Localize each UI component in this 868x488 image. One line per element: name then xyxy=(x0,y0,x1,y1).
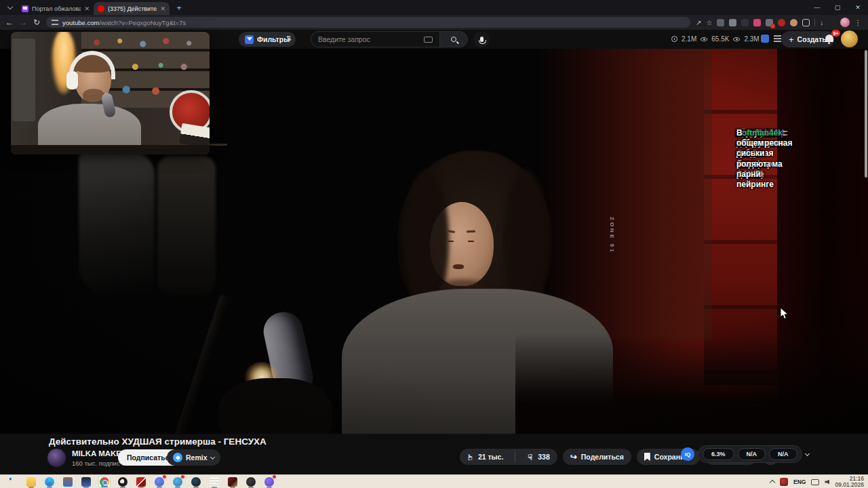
microphone-icon xyxy=(480,37,484,42)
taskbar-app-chrome[interactable] xyxy=(98,476,111,488)
close-tab-icon[interactable]: ✕ xyxy=(160,5,165,12)
edge-icon xyxy=(45,477,54,487)
filter-funnel-icon xyxy=(245,35,254,44)
share-button[interactable]: ↪ Поделиться xyxy=(563,449,631,465)
extension-icon-1[interactable] xyxy=(717,19,724,26)
browser-menu-icon[interactable]: ⋮ xyxy=(854,19,861,26)
page-url: youtube.com/watch?v=PeqxgoNuyTg&t=7s xyxy=(62,19,186,26)
search-input[interactable]: Введите запрос xyxy=(311,31,439,47)
page-scrollbar[interactable] xyxy=(865,50,867,178)
tray-app-icon[interactable] xyxy=(780,478,788,486)
taskbar-app-security[interactable] xyxy=(226,476,239,488)
iq-badge[interactable]: IQ xyxy=(681,447,694,461)
chevron-down-icon[interactable] xyxy=(804,451,809,455)
taskbar-app-14[interactable] xyxy=(245,476,257,488)
windows-logo-icon xyxy=(9,478,14,483)
toolbar-extra-icon[interactable] xyxy=(828,19,835,26)
close-window-button[interactable]: ✕ xyxy=(848,0,868,15)
share-icon: ↪ xyxy=(570,452,577,462)
clock-icon xyxy=(671,36,677,42)
notification-badge: 9+ xyxy=(831,30,840,37)
chrome-icon xyxy=(100,477,109,487)
taskbar-app-edge[interactable] xyxy=(43,476,56,488)
sort-icon[interactable]: ⇅ xyxy=(286,35,292,42)
minimize-button[interactable]: — xyxy=(807,0,827,15)
search-button[interactable] xyxy=(439,31,468,47)
forward-button[interactable]: → xyxy=(16,18,30,27)
tab-title: (3375) Действительно ХУДША xyxy=(108,5,157,12)
bookmark-star-icon[interactable]: ☆ xyxy=(706,19,712,26)
taskbar-app-notes[interactable] xyxy=(208,476,220,488)
tab-search-chevron-icon[interactable] xyxy=(4,1,16,14)
windows-taskbar: ENG 21:16 09.01.2026 xyxy=(0,474,868,488)
extension-icon-5[interactable] xyxy=(766,19,773,26)
taskbar-app-messenger[interactable] xyxy=(153,476,165,488)
extension-icon-6[interactable] xyxy=(778,19,785,26)
address-bar[interactable]: youtube.com/watch?v=PeqxgoNuyTg&t=7s xyxy=(46,17,690,28)
taskbar-app-store[interactable] xyxy=(62,476,74,488)
extension-icon-2[interactable] xyxy=(729,19,736,26)
equalizer-icon[interactable] xyxy=(774,35,781,42)
extension-icon-7[interactable] xyxy=(790,19,797,26)
downloads-icon[interactable]: ↓ xyxy=(820,19,823,26)
taskbar-app-telegram[interactable] xyxy=(172,476,184,488)
maximize-button[interactable]: ▢ xyxy=(827,0,848,15)
store-icon xyxy=(63,477,73,487)
like-button[interactable]: ☞ 21 тыс. xyxy=(460,449,511,465)
taskbar-app-capcut[interactable] xyxy=(117,476,129,488)
taskbar-app-chat[interactable] xyxy=(263,476,275,488)
ratio-pills: 6.3% N/A N/A xyxy=(698,445,802,463)
taskbar-app-steam[interactable] xyxy=(190,476,202,488)
taskbar-app-file-explorer[interactable] xyxy=(25,476,37,488)
tab-twitch[interactable]: Портал обжалования - Twitch ✕ xyxy=(18,2,94,15)
views-icon xyxy=(733,37,740,41)
notifications-button[interactable]: 9+ xyxy=(823,33,835,45)
twitch-favicon xyxy=(22,5,28,12)
notification-dot xyxy=(180,474,185,479)
extensions-puzzle-icon[interactable] xyxy=(802,19,810,26)
virtual-keyboard-icon[interactable] xyxy=(424,37,433,43)
close-tab-icon[interactable]: ✕ xyxy=(84,5,90,12)
account-avatar[interactable] xyxy=(841,30,858,47)
browser-profile-avatar[interactable] xyxy=(840,18,850,27)
folder-icon xyxy=(26,477,36,487)
taskbar-app-5[interactable] xyxy=(80,476,92,488)
taskbar-start-button[interactable] xyxy=(7,476,19,488)
extension-icon-3[interactable] xyxy=(741,19,749,26)
remix-button[interactable]: Remix xyxy=(167,449,220,466)
voice-search-button[interactable] xyxy=(473,31,490,47)
dislike-button[interactable]: ☞ 338 xyxy=(519,449,557,465)
taskbar-clock[interactable]: 21:16 09.01.2026 xyxy=(835,476,864,488)
reload-button[interactable]: ↻ xyxy=(30,18,43,27)
like-dislike-segment: ☞ 21 тыс. ☞ 338 xyxy=(460,449,557,465)
extension-icon-blue[interactable] xyxy=(761,35,769,43)
share-page-icon[interactable]: ↗ xyxy=(696,19,701,26)
site-info-icon[interactable] xyxy=(52,20,58,25)
tray-expand-icon[interactable] xyxy=(770,480,775,485)
new-tab-button[interactable]: + xyxy=(174,3,184,14)
media-app-icon xyxy=(136,477,146,487)
system-tray: ENG 21:16 09.01.2026 xyxy=(770,475,864,488)
taskbar-app-media[interactable] xyxy=(135,476,147,488)
browser-toolbar: ← → ↻ youtube.com/watch?v=PeqxgoNuyTg&t=… xyxy=(0,15,868,30)
app-icon xyxy=(246,477,256,487)
chevron-down-icon xyxy=(210,454,214,459)
headphone-earcup xyxy=(66,71,78,89)
channel-avatar[interactable] xyxy=(47,449,66,467)
extension-icon-4[interactable] xyxy=(753,19,761,26)
notification-dot xyxy=(162,474,167,479)
plus-icon: + xyxy=(789,35,794,45)
mouse-cursor xyxy=(780,307,789,323)
video-title: Действительно ХУДШАЯ стримерша - ГЕНСУХА xyxy=(49,436,267,447)
thumb-down-icon: ☞ xyxy=(526,453,535,460)
back-button[interactable]: ← xyxy=(3,18,16,27)
ratio-pill: 6.3% xyxy=(703,448,734,460)
speaker-icon[interactable] xyxy=(825,480,829,485)
tab-youtube-active[interactable]: (3375) Действительно ХУДША ✕ xyxy=(94,2,170,15)
touch-keyboard-icon[interactable] xyxy=(811,479,819,485)
search-icon xyxy=(451,37,456,42)
beard xyxy=(83,89,104,102)
language-indicator[interactable]: ENG xyxy=(793,479,806,485)
thumb-up-icon: ☞ xyxy=(466,453,475,460)
webcam-pip-overlay[interactable] xyxy=(11,32,210,155)
